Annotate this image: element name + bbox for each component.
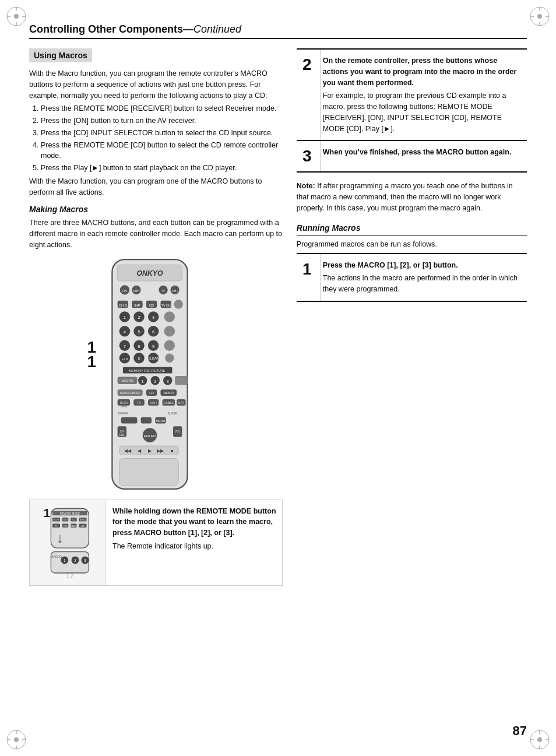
- running-macros-divider: [297, 235, 527, 235]
- corner-decoration-bl: [5, 728, 28, 751]
- content-columns: Using Macros With the Macro function, yo…: [29, 48, 527, 586]
- running-step-1-bold: Press the MACRO [1], [2], or [3] button.: [323, 260, 522, 271]
- svg-point-7: [537, 14, 542, 19]
- svg-text:CH B: CH B: [119, 303, 128, 307]
- svg-text:2: 2: [154, 379, 157, 383]
- step-item-3: Press the [CD] INPUT SELECTOR button to …: [41, 128, 283, 139]
- svg-text:INP: INP: [135, 303, 140, 307]
- svg-rect-102: [121, 417, 138, 423]
- svg-text:2: 2: [74, 558, 76, 562]
- svg-text:4: 4: [124, 329, 126, 335]
- running-step-1-body: The actions in the macro are performed i…: [323, 273, 522, 295]
- page-title: Controlling Other Components—Continued: [29, 23, 241, 35]
- using-macros-heading-box: Using Macros: [29, 48, 92, 62]
- svg-text:VCR: VCR: [63, 525, 68, 527]
- svg-text:1: 1: [63, 558, 65, 562]
- using-macros-p1: With the Macro function, you can program…: [29, 68, 283, 101]
- svg-text:TV: TV: [162, 290, 166, 293]
- svg-text:DNL: DNL: [119, 434, 125, 437]
- note-label: Note:: [297, 182, 315, 190]
- svg-point-1: [14, 14, 19, 19]
- step-item-4: Press the REMOTE MODE [CD] button to sel…: [41, 140, 283, 162]
- svg-text:6: 6: [152, 329, 154, 335]
- svg-point-57: [164, 325, 175, 336]
- svg-text:↓: ↓: [57, 530, 64, 546]
- svg-text:STBY: STBY: [133, 290, 140, 293]
- svg-text:0: 0: [138, 356, 140, 361]
- svg-text:☞: ☞: [65, 568, 76, 581]
- using-macros-title: Using Macros: [34, 51, 87, 60]
- svg-text:■: ■: [171, 448, 174, 453]
- svg-text:3: 3: [167, 379, 169, 383]
- left-column: Using Macros With the Macro function, yo…: [29, 48, 283, 586]
- running-step-1-content: Press the MACRO [1], [2], or [3] button.…: [320, 254, 527, 301]
- svg-text:MACRO: MACRO: [50, 555, 61, 558]
- svg-text:CH+: CH+: [172, 289, 178, 293]
- step-item-1: Press the REMOTE MODE [RECEIVER] button …: [41, 103, 283, 114]
- svg-text:◀◀: ◀◀: [124, 448, 132, 453]
- remote-image-container: 1 1 ONKYO ON STBY: [29, 258, 283, 493]
- svg-text:TAPE: TAPE: [121, 405, 128, 407]
- making-macros-body: There are three MACRO buttons, and each …: [29, 217, 283, 250]
- svg-text:+10: +10: [122, 357, 128, 361]
- svg-text:ON: ON: [122, 289, 127, 293]
- making-macros-heading: Making Macros: [29, 205, 283, 214]
- svg-text:CH: CH: [120, 430, 124, 433]
- using-macros-p2: With the Macro function, you can program…: [29, 176, 283, 198]
- svg-text:DVD: DVD: [63, 519, 68, 521]
- note-body: If after programming a macro you teach o…: [297, 182, 513, 212]
- svg-text:REMOTE MODE: REMOTE MODE: [59, 512, 79, 515]
- svg-text:SL ESP: SL ESP: [168, 412, 177, 415]
- using-macros-steps-list: Press the REMOTE MODE [RECEIVER] button …: [41, 103, 283, 174]
- svg-rect-82: [175, 376, 188, 385]
- svg-text:SAT: SAT: [178, 400, 185, 404]
- svg-point-64: [164, 340, 175, 350]
- corner-decoration-br: [528, 728, 551, 751]
- svg-text:RCVR: RCVR: [53, 519, 59, 521]
- running-step-1-number: 1: [297, 254, 320, 301]
- step-2-number: 2: [297, 50, 320, 140]
- step-2-body: For example, to program the previous CD …: [323, 90, 522, 134]
- note-section: Note: If after programming a macro you t…: [297, 181, 527, 213]
- svg-text:▶: ▶: [148, 448, 152, 453]
- svg-text:3: 3: [152, 315, 154, 320]
- page-number: 87: [513, 723, 527, 739]
- bottom-step-box: 1 REMOTE MODE RCVR DVD CD: [29, 500, 283, 586]
- svg-text:2: 2: [138, 315, 140, 320]
- remote-control-svg: ONKYO ON STBY TV CH+ CH B: [103, 258, 196, 491]
- svg-text:CD: CD: [149, 303, 154, 307]
- svg-text:1: 1: [43, 505, 50, 519]
- step-3-number: 3: [297, 141, 320, 171]
- svg-text:RCVR: RCVR: [120, 401, 128, 404]
- svg-point-13: [14, 737, 19, 742]
- step-3-box: 3 When you’ve finished, press the MACRO …: [297, 141, 527, 173]
- svg-text:VCR: VCR: [150, 400, 157, 404]
- remote-label-2: 1: [87, 353, 96, 371]
- bottom-step-content: While holding down the REMOTE MODE butto…: [105, 500, 282, 585]
- svg-text:CD: CD: [150, 391, 154, 394]
- bottom-step-image: 1 REMOTE MODE RCVR DVD CD: [30, 500, 105, 585]
- svg-text:◀: ◀: [138, 448, 142, 453]
- svg-text:SAT: SAT: [80, 525, 84, 527]
- svg-text:1: 1: [124, 315, 126, 320]
- svg-text:MD/CD: MD/CD: [79, 519, 86, 521]
- step-3-content: When you’ve finished, press the MACRO bu…: [320, 141, 527, 171]
- page-header: Controlling Other Components—Continued: [29, 23, 527, 39]
- svg-text:MENU: MENU: [156, 419, 166, 422]
- remote-svg-wrapper: 1 1 ONKYO ON STBY: [103, 258, 208, 493]
- svg-text:3: 3: [84, 558, 86, 562]
- svg-point-19: [537, 737, 542, 742]
- svg-text:▶▶: ▶▶: [157, 448, 165, 453]
- svg-point-43: [174, 300, 183, 308]
- svg-rect-119: [119, 458, 179, 485]
- corner-decoration-tr: [528, 5, 551, 28]
- svg-text:7: 7: [124, 343, 126, 349]
- running-step-1-box: 1 Press the MACRO [1], [2], or [3] butto…: [297, 253, 527, 302]
- svg-text:TV CH: TV CH: [161, 303, 171, 307]
- step-item-2: Press the [ON] button to turn on the AV …: [41, 115, 283, 126]
- svg-text:9: 9: [152, 343, 154, 349]
- svg-text:CLEAR: CLEAR: [149, 357, 159, 360]
- svg-rect-103: [141, 417, 152, 423]
- svg-text:1: 1: [142, 379, 144, 383]
- using-macros-body: With the Macro function, you can program…: [29, 68, 283, 198]
